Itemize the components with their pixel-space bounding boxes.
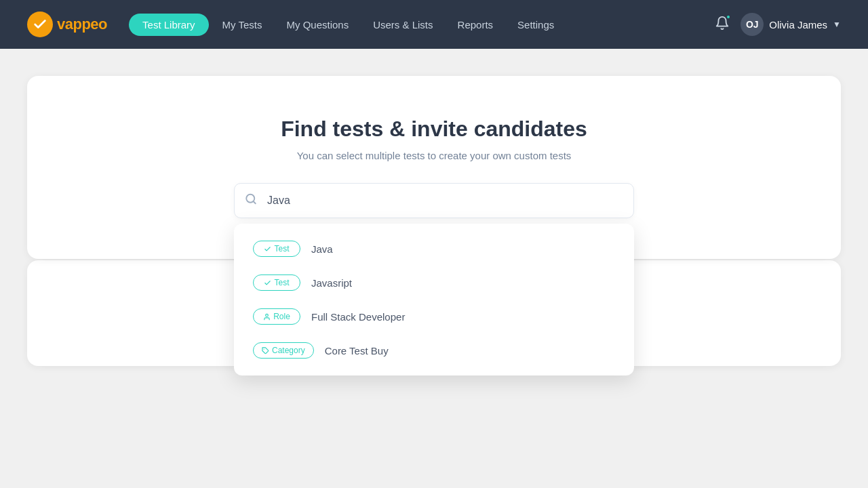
user-avatar: OJ (741, 13, 764, 36)
search-wrapper: Test Java Test Javasript Role (234, 183, 634, 218)
logo[interactable]: vappeo (27, 12, 107, 37)
page-subtitle: You can select multiple tests to create … (54, 150, 814, 161)
nav-links: Test Library My Tests My Questions Users… (129, 14, 715, 36)
badge-category-coretestbuy: Category (253, 342, 314, 359)
badge-test-java: Test (253, 241, 300, 257)
dropdown-item-java[interactable]: Test Java (234, 232, 634, 266)
page-title: Find tests & invite candidates (54, 117, 814, 142)
dropdown-item-javascript[interactable]: Test Javasript (234, 266, 634, 300)
logo-text: vappeo (57, 16, 107, 33)
dropdown-label-javascript: Javasript (311, 277, 352, 289)
dropdown-label-java: Java (311, 243, 333, 255)
nav-item-settings[interactable]: Settings (507, 14, 565, 36)
notifications-bell[interactable] (715, 16, 730, 34)
user-name: Olivia James (769, 19, 827, 30)
svg-line-1 (253, 201, 255, 203)
nav-item-test-library[interactable]: Test Library (129, 14, 209, 36)
navbar-right: OJ Olivia James ▼ (715, 13, 841, 36)
dropdown-label-coretestbuy: Core Test Buy (325, 345, 389, 357)
main-content: Find tests & invite candidates You can s… (0, 49, 868, 393)
badge-role-fullstack: Role (253, 308, 300, 325)
chevron-down-icon: ▼ (833, 20, 841, 29)
search-icon (245, 193, 257, 209)
nav-item-my-questions[interactable]: My Questions (275, 14, 359, 36)
navbar: vappeo Test Library My Tests My Question… (0, 0, 868, 49)
dropdown-item-fullstack[interactable]: Role Full Stack Developer (234, 300, 634, 333)
search-card: Find tests & invite candidates You can s… (27, 76, 841, 259)
user-menu[interactable]: OJ Olivia James ▼ (741, 13, 841, 36)
nav-item-users-lists[interactable]: Users & Lists (362, 14, 443, 36)
bell-icon (715, 18, 730, 33)
nav-item-my-tests[interactable]: My Tests (212, 14, 273, 36)
logo-icon (27, 12, 53, 37)
search-dropdown: Test Java Test Javasript Role (234, 224, 634, 375)
svg-point-2 (266, 314, 269, 317)
nav-item-reports[interactable]: Reports (447, 14, 505, 36)
badge-test-javascript: Test (253, 274, 300, 291)
dropdown-item-category[interactable]: Category Core Test Buy (234, 333, 634, 367)
notification-dot (726, 14, 731, 20)
dropdown-label-fullstack: Full Stack Developer (311, 311, 405, 323)
search-input[interactable] (234, 183, 634, 218)
